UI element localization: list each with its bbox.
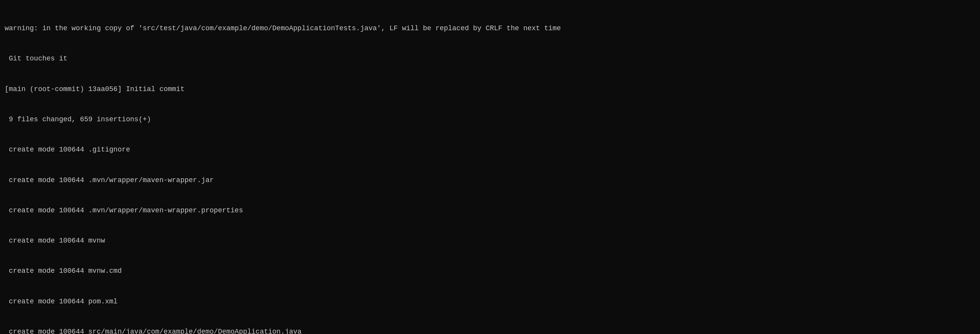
terminal-line-9: create mode 100644 mvnw.cmd — [5, 266, 975, 276]
line-text: create mode 100644 mvnw.cmd — [5, 267, 122, 275]
line-text: create mode 100644 mvnw — [5, 237, 105, 244]
terminal-output: warning: in the working copy of 'src/tes… — [5, 3, 975, 334]
line-text: warning: in the working copy of 'src/tes… — [5, 24, 561, 32]
terminal-line-10: create mode 100644 pom.xml — [5, 296, 975, 306]
terminal-line-7: create mode 100644 .mvn/wrapper/maven-wr… — [5, 205, 975, 215]
line-text: create mode 100644 .mvn/wrapper/maven-wr… — [5, 176, 214, 184]
line-text: create mode 100644 src/main/java/com/exa… — [5, 328, 302, 334]
terminal-line-1: warning: in the working copy of 'src/tes… — [5, 23, 975, 33]
line-text: create mode 100644 .gitignore — [5, 146, 130, 153]
terminal-line-5: create mode 100644 .gitignore — [5, 145, 975, 155]
terminal-line-8: create mode 100644 mvnw — [5, 236, 975, 246]
terminal-line-4: 9 files changed, 659 insertions(+) — [5, 114, 975, 124]
terminal-line-2: Git touches it — [5, 53, 975, 64]
terminal-line-11: create mode 100644 src/main/java/com/exa… — [5, 327, 975, 334]
line-text: create mode 100644 pom.xml — [5, 298, 118, 305]
line-text: create mode 100644 .mvn/wrapper/maven-wr… — [5, 207, 243, 214]
terminal-line-6: create mode 100644 .mvn/wrapper/maven-wr… — [5, 175, 975, 185]
line-text: Git touches it — [5, 55, 67, 62]
terminal-line-3: [main (root-commit) 13aa056] Initial com… — [5, 84, 975, 94]
line-text: [main (root-commit) 13aa056] Initial com… — [5, 85, 184, 93]
line-text: 9 files changed, 659 insertions(+) — [5, 115, 151, 123]
